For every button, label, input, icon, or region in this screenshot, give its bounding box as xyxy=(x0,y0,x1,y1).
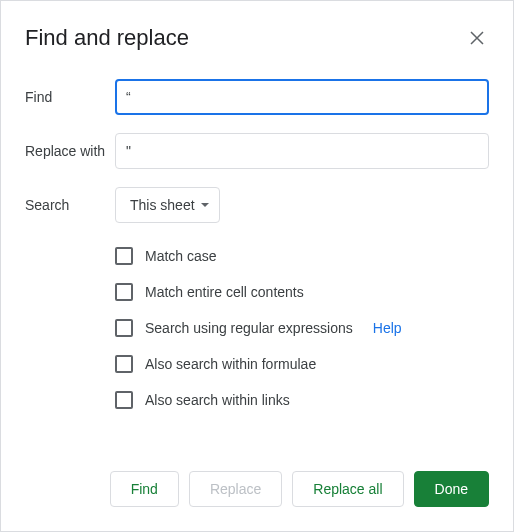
links-label: Also search within links xyxy=(145,392,290,408)
search-scope-dropdown[interactable]: This sheet xyxy=(115,187,220,223)
replace-row: Replace with xyxy=(25,133,489,169)
find-button[interactable]: Find xyxy=(110,471,179,507)
formulae-checkbox[interactable] xyxy=(115,355,133,373)
match-case-checkbox[interactable] xyxy=(115,247,133,265)
formulae-row: Also search within formulae xyxy=(115,355,489,373)
done-button[interactable]: Done xyxy=(414,471,489,507)
close-button[interactable] xyxy=(465,26,489,50)
regex-checkbox[interactable] xyxy=(115,319,133,337)
replace-input[interactable] xyxy=(115,133,489,169)
match-case-label: Match case xyxy=(145,248,217,264)
links-checkbox[interactable] xyxy=(115,391,133,409)
match-case-row: Match case xyxy=(115,247,489,265)
replace-all-button[interactable]: Replace all xyxy=(292,471,403,507)
replace-button[interactable]: Replace xyxy=(189,471,282,507)
links-row: Also search within links xyxy=(115,391,489,409)
find-label: Find xyxy=(25,89,115,105)
options-group: Match case Match entire cell contents Se… xyxy=(115,247,489,409)
search-label: Search xyxy=(25,197,115,213)
regex-label: Search using regular expressions xyxy=(145,320,353,336)
regex-row: Search using regular expressions Help xyxy=(115,319,489,337)
search-row: Search This sheet xyxy=(25,187,489,223)
button-row: Find Replace Replace all Done xyxy=(110,471,489,507)
regex-help-link[interactable]: Help xyxy=(373,320,402,336)
match-entire-checkbox[interactable] xyxy=(115,283,133,301)
find-input[interactable] xyxy=(115,79,489,115)
replace-label: Replace with xyxy=(25,143,115,159)
match-entire-label: Match entire cell contents xyxy=(145,284,304,300)
find-row: Find xyxy=(25,79,489,115)
dialog-header: Find and replace xyxy=(25,25,489,51)
chevron-down-icon xyxy=(201,203,209,207)
formulae-label: Also search within formulae xyxy=(145,356,316,372)
match-entire-row: Match entire cell contents xyxy=(115,283,489,301)
find-replace-dialog: Find and replace Find Replace with Searc… xyxy=(0,0,514,532)
search-scope-value: This sheet xyxy=(130,197,195,213)
close-icon xyxy=(470,31,484,45)
dialog-title: Find and replace xyxy=(25,25,189,51)
